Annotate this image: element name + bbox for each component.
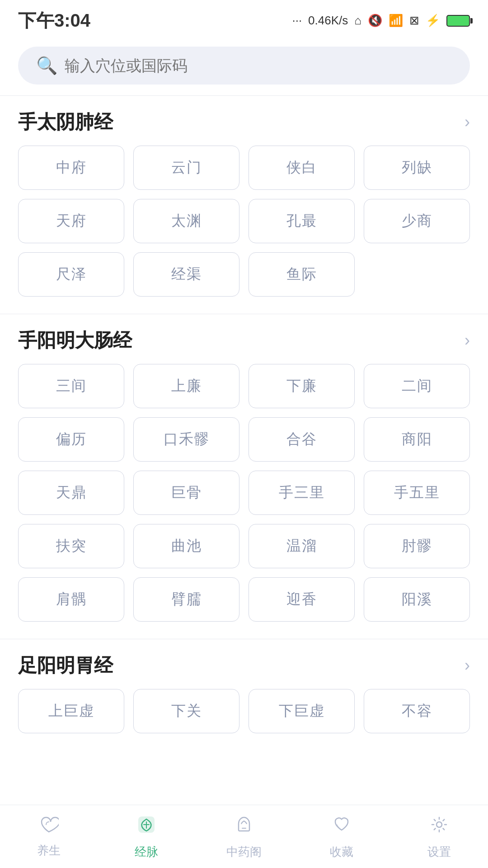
acupoint-btn-yingxiang[interactable]: 迎香 (249, 577, 355, 622)
acupoint-btn-jianyu[interactable]: 肩髃 (18, 577, 124, 622)
svg-point-1 (436, 822, 442, 827)
nav-label-yangsheng: 养生 (37, 843, 61, 859)
chevron-right-icon-li: › (465, 331, 470, 350)
battery-indicator (446, 15, 470, 27)
acupoint-btn-taiyuan[interactable]: 太渊 (133, 199, 239, 243)
nav-label-zhongyao: 中药阁 (226, 844, 262, 860)
nav-item-jingmai[interactable]: 经脉 (98, 814, 195, 860)
acupoint-btn-shanglian[interactable]: 上廉 (133, 364, 239, 408)
main-content: 手太阴肺经 › 中府 云门 侠白 列缺 天府 太渊 孔最 少商 尺泽 经渠 鱼际… (0, 96, 488, 823)
acupoint-btn-xialian[interactable]: 下廉 (249, 364, 355, 408)
acupoint-btn-wenliu[interactable]: 温溜 (249, 524, 355, 568)
acupoint-btn-jingqu[interactable]: 经渠 (133, 252, 239, 297)
chevron-right-icon-lung: › (465, 113, 470, 132)
section-title-lung: 手太阴肺经 (18, 109, 113, 135)
acupoint-btn-shousanli[interactable]: 手三里 (249, 471, 355, 515)
mute-icon: 🔇 (368, 14, 382, 28)
search-bar[interactable]: 🔍 (18, 47, 470, 85)
acupoint-btn-xiabai[interactable]: 侠白 (249, 146, 355, 190)
acupoint-btn-zhongfu[interactable]: 中府 (18, 146, 124, 190)
acupoint-btn-shaoshang[interactable]: 少商 (364, 199, 470, 243)
acupoint-btn-burong[interactable]: 不容 (364, 689, 470, 733)
nav-item-shoucang[interactable]: 收藏 (293, 814, 390, 860)
acupoint-btn-hegu[interactable]: 合谷 (249, 417, 355, 462)
acupoint-btn-shangjuxu[interactable]: 上巨虚 (18, 689, 124, 733)
status-icons: ··· 0.46K/s ⌂ 🔇 📶 ⊠ ⚡ (292, 14, 470, 28)
acupoint-btn-shouwuli[interactable]: 手五里 (364, 471, 470, 515)
section-header-st[interactable]: 足阳明胃经 › (18, 639, 470, 689)
search-icon: 🔍 (36, 56, 57, 75)
acupoint-btn-shangyang[interactable]: 商阳 (364, 417, 470, 462)
bluetooth-icon: ⌂ (354, 14, 361, 28)
acupoint-btn-yuji[interactable]: 鱼际 (249, 252, 355, 297)
sim-icon: ⊠ (409, 14, 419, 28)
status-time: 下午3:04 (18, 8, 90, 33)
wifi-icon: 📶 (389, 14, 403, 28)
nav-item-shezhi[interactable]: 设置 (390, 814, 488, 860)
section-title-li: 手阳明大肠经 (18, 328, 132, 353)
acupoint-btn-lieque[interactable]: 列缺 (364, 146, 470, 190)
acupoint-btn-kouheliao[interactable]: 口禾髎 (133, 417, 239, 462)
status-bar: 下午3:04 ··· 0.46K/s ⌂ 🔇 📶 ⊠ ⚡ (0, 0, 488, 38)
acupoint-btn-futu[interactable]: 扶突 (18, 524, 124, 568)
nav-icon-yangsheng (39, 815, 59, 839)
section-largeintestine: 手阳明大肠经 › 三间 上廉 下廉 二间 偏历 口禾髎 合谷 商阳 天鼎 巨骨 … (0, 314, 488, 634)
nav-label-jingmai: 经脉 (135, 844, 158, 860)
bottom-nav: 养生 经脉 中药阁 收藏 (0, 805, 488, 868)
chevron-right-icon-st: › (465, 656, 470, 675)
nav-item-zhongyao[interactable]: 中药阁 (195, 814, 293, 860)
nav-label-shezhi: 设置 (427, 844, 451, 860)
acupoint-btn-binao[interactable]: 臂臑 (133, 577, 239, 622)
nav-label-shoucang: 收藏 (330, 844, 353, 860)
acupoint-btn-tianfu[interactable]: 天府 (18, 199, 124, 243)
acupoint-btn-kongzui[interactable]: 孔最 (249, 199, 355, 243)
acupoint-btn-yangxi[interactable]: 阳溪 (364, 577, 470, 622)
acupoint-btn-xiajuxu[interactable]: 下巨虚 (249, 689, 355, 733)
charging-icon: ⚡ (426, 14, 440, 28)
acupoint-btn-jugu[interactable]: 巨骨 (133, 471, 239, 515)
search-input[interactable] (65, 57, 452, 75)
acupoint-btn-xiaguan[interactable]: 下关 (133, 689, 239, 733)
nav-icon-shoucang (331, 814, 352, 840)
section-title-st: 足阳明胃经 (18, 653, 113, 678)
acupoint-btn-quchi[interactable]: 曲池 (133, 524, 239, 568)
acupoint-btn-yunmen[interactable]: 云门 (133, 146, 239, 190)
signal-icon: ··· (292, 14, 302, 28)
section-lung: 手太阴肺经 › 中府 云门 侠白 列缺 天府 太渊 孔最 少商 尺泽 经渠 鱼际 (0, 96, 488, 309)
nav-item-yangsheng[interactable]: 养生 (0, 815, 98, 859)
section-header-li[interactable]: 手阳明大肠经 › (18, 314, 470, 364)
acupoint-btn-pianli[interactable]: 偏历 (18, 417, 124, 462)
acupoint-btn-zhouliao[interactable]: 肘髎 (364, 524, 470, 568)
acupoint-btn-erjian[interactable]: 二间 (364, 364, 470, 408)
acupoint-grid-lung: 中府 云门 侠白 列缺 天府 太渊 孔最 少商 尺泽 经渠 鱼际 (18, 146, 470, 309)
acupoint-grid-st: 上巨虚 下关 下巨虚 不容 (18, 689, 470, 746)
search-container: 🔍 (0, 38, 488, 95)
nav-icon-jingmai (136, 814, 157, 840)
section-header-lung[interactable]: 手太阴肺经 › (18, 96, 470, 146)
nav-icon-zhongyao (233, 814, 255, 840)
speed-indicator: 0.46K/s (308, 14, 348, 28)
acupoint-grid-li: 三间 上廉 下廉 二间 偏历 口禾髎 合谷 商阳 天鼎 巨骨 手三里 手五里 扶… (18, 364, 470, 634)
acupoint-btn-sanjian[interactable]: 三间 (18, 364, 124, 408)
nav-icon-shezhi (428, 814, 450, 840)
acupoint-btn-tianding[interactable]: 天鼎 (18, 471, 124, 515)
section-stomach: 足阳明胃经 › 上巨虚 下关 下巨虚 不容 (0, 639, 488, 746)
acupoint-btn-chize[interactable]: 尺泽 (18, 252, 124, 297)
